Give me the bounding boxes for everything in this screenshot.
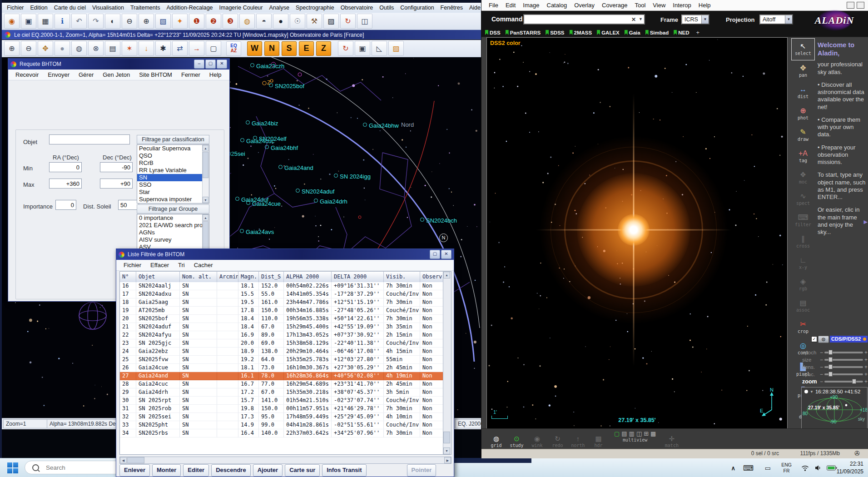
classification-scrollbar[interactable]: ▲ ▼ — [202, 145, 209, 203]
slider-minus-button[interactable]: − — [820, 378, 823, 385]
action-button[interactable]: Monter — [152, 464, 181, 477]
sky-object-label[interactable]: SN 2024igg — [340, 173, 371, 180]
direction-button[interactable]: E — [299, 41, 314, 56]
toolbar-icon[interactable]: ↶ — [71, 14, 87, 29]
column-header[interactable]: Visib. — [384, 272, 420, 282]
bookmark-tab[interactable]: Gaia — [625, 30, 640, 35]
table-row[interactable]: 21SN2024aduf SN 18.467.0 15h29m45.400s+4… — [120, 323, 444, 331]
table-row[interactable]: 16SN2024aalj SN 18.1152.0 00h54m02.226s+… — [120, 282, 444, 290]
ra-max-input[interactable] — [49, 179, 82, 189]
toolbar-icon[interactable]: ↻ — [338, 41, 353, 56]
menu-item[interactable]: Tri — [174, 262, 189, 268]
menu-item[interactable]: Addition-Recalage — [163, 5, 216, 11]
direction-button[interactable]: Z — [316, 41, 331, 56]
projection-select[interactable]: Aitoff ▼ — [759, 15, 793, 25]
dropdown-arrow-icon[interactable]: ▼ — [701, 15, 709, 24]
ra-min-input[interactable] — [49, 162, 82, 172]
scroll-right-icon[interactable]: ▶ — [444, 457, 451, 463]
column-header[interactable]: Objet — [136, 272, 180, 282]
table-row[interactable]: 29Gaia24drh SN 17.267.0 15h35m30.218s+38… — [120, 388, 444, 397]
toolbar-icon[interactable]: ▢ — [206, 41, 221, 56]
scrollbar-thumb[interactable] — [127, 457, 144, 463]
requete-titlebar[interactable]: Requete BHTOM –▢✕ — [8, 59, 229, 70]
menu-item[interactable]: Interop — [669, 2, 694, 9]
slider-track[interactable] — [824, 352, 863, 353]
add-bookmark-button[interactable]: + — [696, 29, 700, 36]
tool-button[interactable]: ✥ pan — [791, 60, 815, 82]
toolbar-icon[interactable]: ⊕ — [139, 14, 154, 29]
scroll-up-icon[interactable]: ▲ — [203, 214, 208, 221]
touchpad-icon[interactable]: ▭ — [765, 458, 771, 477]
menu-item[interactable]: File — [485, 2, 502, 9]
menu-item[interactable]: Cacher — [189, 262, 218, 268]
table-row[interactable]: 19AT2025mb SN 17.8150.0 00h34m16.885s-27… — [120, 307, 444, 315]
slider-minus-button[interactable]: − — [820, 364, 823, 370]
menu-item[interactable]: Gérer — [74, 71, 98, 78]
toolbar-icon[interactable]: ◓ — [256, 14, 272, 29]
column-header[interactable]: DELTA 2000 — [332, 272, 384, 282]
multiview-layout-icon[interactable]: ▥ — [629, 431, 635, 437]
battery-icon[interactable] — [827, 458, 837, 477]
taskbar-clock[interactable]: 22:3111/09/2025 — [837, 458, 863, 477]
dist-soleil-input[interactable] — [118, 200, 139, 210]
menu-item[interactable]: Spectrographie — [293, 5, 337, 11]
bookmark-tab[interactable]: NED — [674, 30, 689, 35]
tool-button[interactable]: ⌨ filter — [791, 210, 815, 231]
toolbar-icon[interactable]: ⊗ — [88, 41, 104, 56]
action-button[interactable]: Descendre — [211, 464, 250, 477]
menu-item[interactable]: Coverage — [598, 2, 631, 9]
menu-item[interactable]: Edit — [502, 2, 519, 9]
clear-command-icon[interactable]: ✕ — [631, 16, 636, 23]
menu-item[interactable]: Recevoir — [11, 71, 43, 78]
menu-item[interactable]: Catalog — [543, 2, 571, 9]
toolbar-icon[interactable]: ▨ — [323, 14, 339, 29]
tool-button[interactable]: ∟ x-y — [791, 253, 815, 274]
list-item[interactable]: RCrB — [137, 159, 203, 167]
command-history-icon[interactable]: ▼ — [639, 17, 643, 21]
toolbar-icon[interactable]: → — [189, 41, 204, 56]
eq-az-button[interactable]: EQ AZ — [226, 41, 241, 56]
tool-button[interactable]: ∥ cross — [791, 231, 815, 253]
menu-item[interactable]: Fermer — [177, 71, 205, 78]
location-dropdown-icon[interactable]: ▼ — [810, 390, 813, 394]
menu-item[interactable]: Carte du ciel — [51, 5, 89, 11]
tool-button[interactable]: ∿ spect — [791, 189, 815, 210]
list-item[interactable]: AGNs — [137, 229, 203, 236]
menu-item[interactable]: Imagerie Couleur — [216, 5, 266, 11]
table-row[interactable]: 33SN2025pht SN 14.999.0 04h41m28.861s-02… — [120, 421, 444, 429]
table-row[interactable]: 22SN2024afyu SN 16.989.0 17h13m43.052s+0… — [120, 331, 444, 339]
list-item[interactable]: SN — [137, 174, 203, 181]
slider-track[interactable] — [824, 381, 863, 383]
action-button[interactable]: Ajouter — [253, 464, 283, 477]
toolbar-icon[interactable]: ▨ — [388, 41, 404, 56]
table-row[interactable]: 24Gaia22ebz SN 18.9138.0 20h29m10.464s-0… — [120, 348, 444, 356]
importance-input[interactable] — [55, 200, 76, 210]
list-item[interactable]: 0 importance — [137, 214, 203, 222]
toolbar-icon[interactable]: ✦ — [172, 14, 188, 29]
toolbar-icon[interactable]: ⊖ — [122, 14, 137, 29]
sky-object-label[interactable]: Gaia24avs — [246, 229, 274, 235]
scroll-down-icon[interactable]: ▼ — [443, 447, 450, 454]
layer-checkbox[interactable]: ✓ — [811, 336, 817, 342]
menu-item[interactable]: Overlay — [570, 2, 598, 9]
menu-item[interactable]: Traitements — [127, 5, 164, 11]
menu-item[interactable]: Help — [695, 2, 714, 9]
table-row[interactable]: 34SN2025rbs SN 16.4140.0 22h37m03.642s+3… — [120, 429, 444, 437]
toolbar-icon[interactable]: ✱ — [155, 41, 171, 56]
list-item[interactable]: SSO — [137, 181, 203, 189]
toolbar-icon[interactable]: ◺ — [372, 41, 387, 56]
liste-titlebar[interactable]: Liste Filtrée de BHTOM ▢✕ — [116, 249, 454, 260]
menu-item[interactable]: Fichier — [4, 5, 27, 11]
toolbar-icon[interactable]: ◍ — [239, 14, 255, 29]
table-row[interactable]: 32SN 2025sei SN 17.395.0 17h48m59.449s+2… — [120, 413, 444, 421]
sky-object-label[interactable]: Gaia24bhf — [271, 144, 298, 151]
wifi-icon[interactable] — [801, 458, 809, 477]
menu-item[interactable]: Effacer — [146, 262, 174, 268]
toolbar-icon[interactable]: ℹ — [55, 14, 70, 29]
sky-object-label[interactable]: Gaia24cue — [252, 200, 281, 207]
window-button[interactable]: ▢ — [205, 60, 216, 69]
toolbar-icon[interactable]: ⊕ — [4, 41, 20, 56]
slider-track[interactable] — [824, 366, 863, 368]
scrollbar-thumb[interactable] — [443, 432, 450, 443]
toolbar-icon[interactable]: ◍ — [71, 41, 87, 56]
